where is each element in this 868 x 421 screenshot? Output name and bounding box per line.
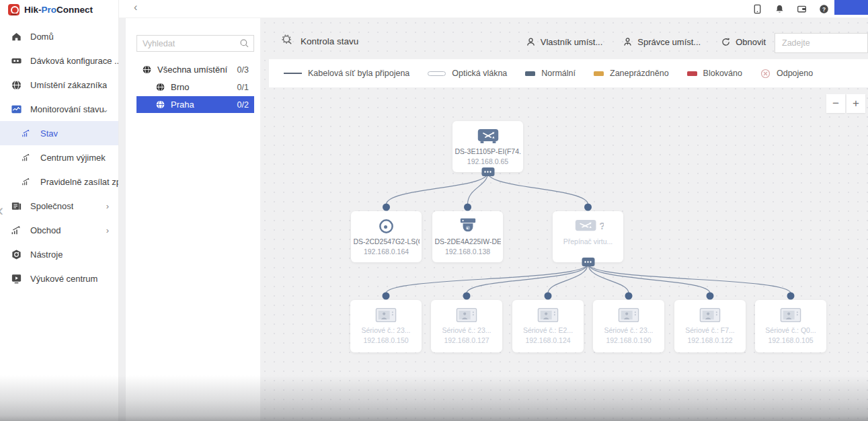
network-switch-icon	[475, 126, 501, 145]
sidebar-item-learning-center[interactable]: Výukové centrum	[0, 266, 118, 291]
ptz-camera-icon	[459, 217, 477, 235]
back-chevron-button[interactable]: ‹	[134, 1, 137, 13]
sidebar-item-label: Pravidelně zasílat zprávu	[40, 177, 118, 187]
node-more-button[interactable]	[481, 167, 494, 176]
svg-text:?: ?	[599, 221, 604, 231]
intercom-device-icon	[618, 305, 639, 324]
sidebar-item-business[interactable]: Obchod ›	[0, 218, 118, 242]
node-name: DS-2CD2547G2-LS(G...	[354, 237, 420, 245]
legend-busy: Zaneprázdněno	[594, 69, 669, 78]
node-fisheye-camera[interactable]: DS-2CD2547G2-LS(G... 192.168.0.164	[351, 211, 422, 262]
sidebar-item-label: Dávková konfigurace ...	[30, 56, 118, 66]
main-sidebar: Hik-ProConnect Domů Dávková konfigurace …	[0, 0, 119, 421]
page-title-text: Kontrola stavu	[301, 36, 358, 46]
sidebar-item-batch-config[interactable]: Dávková konfigurace ... ›	[0, 48, 118, 73]
refresh-button[interactable]: Obnovit	[721, 37, 766, 47]
node-device-4[interactable]: Sériové č.: 23... 192.168.0.190	[593, 300, 664, 352]
chevron-right-icon: ›	[106, 201, 109, 211]
batch-config-icon	[10, 54, 22, 67]
node-name: Přepínač virtu...	[563, 237, 613, 245]
node-ip: 192.168.0.164	[364, 247, 409, 256]
home-icon	[10, 30, 22, 42]
fisheye-camera-icon	[378, 217, 395, 235]
site-owner-filter-button[interactable]: Vlastník umíst...	[526, 37, 602, 47]
refresh-icon	[721, 37, 731, 47]
sidebar-item-exception-center[interactable]: Centrum výjimek	[0, 145, 118, 169]
node-ip: 192.168.0.122	[687, 336, 732, 344]
node-name: DS-2DE4A225IW-DE(...	[435, 237, 501, 245]
collapse-sidebar-button[interactable]: ‹	[0, 200, 3, 221]
tree-item-count: 0/1	[237, 83, 249, 92]
help-icon[interactable]: ?	[818, 4, 829, 15]
location-tree-panel: Všechna umístění 0/3 Brno 0/1 Praha 0/2	[126, 18, 260, 421]
node-name: Sériové č.: 23...	[362, 326, 411, 334]
chart-icon	[20, 176, 32, 188]
globe-icon	[142, 65, 152, 75]
node-device-5[interactable]: Sériové č.: F7... 192.168.0.122	[674, 300, 746, 352]
tree-item-label: Brno	[171, 82, 189, 92]
location-search-input[interactable]	[136, 35, 254, 52]
sidebar-item-home[interactable]: Domů	[0, 24, 118, 48]
sidebar-item-label: Stav	[40, 128, 58, 139]
globe-icon	[155, 82, 165, 92]
sidebar-item-label: Společnost	[30, 201, 73, 211]
tree-item-praha[interactable]: Praha 0/2	[136, 96, 254, 113]
top-header: ‹ ?	[119, 0, 868, 18]
sidebar-item-customer-location[interactable]: Umístění zákazníka	[0, 73, 118, 97]
health-check-icon	[282, 34, 293, 48]
node-ip: 192.168.0.138	[445, 247, 490, 256]
page-title: Kontrola stavu	[282, 34, 358, 48]
node-ip: 192.168.0.105	[768, 336, 813, 344]
chart-icon	[20, 127, 32, 139]
intercom-device-icon	[537, 305, 559, 324]
zoom-in-button[interactable]: +	[846, 94, 865, 113]
sidebar-nav: Domů Dávková konfigurace ... › Umístění …	[0, 24, 118, 291]
tree-item-all-locations[interactable]: Všechna umístění 0/3	[136, 61, 254, 78]
node-name: Sériové č.: 23...	[604, 326, 654, 334]
sidebar-item-label: Umístění zákazníka	[30, 80, 107, 90]
primary-action-button[interactable]	[834, 0, 868, 15]
sidebar-item-status[interactable]: Stav	[0, 121, 118, 145]
node-device-3[interactable]: Sériové č.: E2... 192.168.0.124	[512, 300, 584, 352]
wallet-icon[interactable]	[796, 4, 807, 15]
node-device-1[interactable]: Sériové č.: 23... 192.168.0.150	[350, 300, 422, 352]
node-device-2[interactable]: Sériové č.: 23... 192.168.0.127	[431, 300, 502, 352]
intercom-device-icon	[375, 305, 397, 324]
legend-blocked: Blokováno	[687, 69, 742, 78]
node-ip: 192.168.0.150	[363, 336, 408, 344]
disconnected-icon	[760, 69, 771, 79]
notification-bell-icon[interactable]	[774, 4, 785, 15]
node-more-button[interactable]	[582, 258, 594, 266]
legend-optical-fiber: Optická vlákna	[428, 69, 507, 78]
chart-icon	[20, 151, 32, 163]
tree-item-brno[interactable]: Brno 0/1	[136, 79, 254, 95]
app-logo: Hik-ProConnect	[0, 0, 118, 16]
blocked-status-swatch	[687, 71, 697, 76]
tree-item-label: Praha	[171, 100, 194, 110]
sidebar-item-label: Monitorování stavu	[30, 104, 104, 114]
tools-icon	[10, 248, 22, 260]
intercom-device-icon	[699, 305, 721, 324]
node-name: Sériové č.: F7...	[685, 326, 735, 334]
header-icon-group: ?	[752, 0, 829, 18]
site-manager-filter-button[interactable]: Správce umíst...	[623, 37, 701, 47]
tree-item-label: Všechna umístění	[157, 65, 227, 75]
node-root-switch[interactable]: DS-3E1105P-EI(F74... 192.168.0.65	[452, 121, 523, 172]
sidebar-item-scheduled-report[interactable]: Pravidelně zasílat zprávu	[0, 169, 118, 194]
sidebar-item-company[interactable]: Společnost ›	[0, 194, 118, 218]
sidebar-item-status-monitoring[interactable]: Monitorování stavu ⌄	[0, 97, 118, 121]
node-name: Sériové č.: 23...	[442, 326, 491, 334]
legend-disconnected: Odpojeno	[760, 69, 813, 79]
node-ptz-camera[interactable]: DS-2DE4A225IW-DE(... 192.168.0.138	[432, 211, 503, 262]
node-device-6[interactable]: Sériové č.: Q0... 192.168.0.105	[755, 300, 826, 352]
device-filter-input[interactable]	[775, 33, 868, 53]
zoom-out-button[interactable]: −	[826, 94, 845, 113]
node-virtual-switch[interactable]: ? Přepínač virtu...	[553, 211, 623, 262]
sidebar-item-label: Centrum výjimek	[40, 153, 106, 163]
device-icon[interactable]	[752, 4, 762, 15]
svg-text:?: ?	[822, 6, 825, 13]
node-name: Sériové č.: E2...	[523, 326, 573, 334]
sidebar-item-tools[interactable]: Nástroje	[0, 242, 118, 266]
virtual-switch-icon: ?	[573, 217, 604, 235]
tree-item-count: 0/2	[237, 100, 249, 110]
